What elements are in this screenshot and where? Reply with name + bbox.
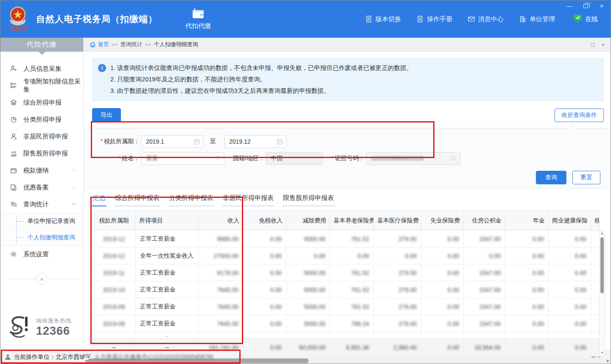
person-icon: [10, 133, 17, 140]
column-header: 商业健康保险: [549, 211, 591, 231]
hotline-label: 纳税服务热线: [36, 317, 72, 325]
reset-button[interactable]: 重置: [572, 171, 600, 184]
close-button[interactable]: ×: [598, 2, 605, 10]
tab-classified-table[interactable]: 分类所得申报表: [168, 194, 214, 206]
table-row[interactable]: 2019-10正常工资薪金7645.000.005000.00761.52279…: [92, 281, 600, 298]
sidebar-item-restricted-stock[interactable]: 限售股所得申报: [0, 145, 83, 162]
table-row[interactable]: 2019-12全年一次性奖金收入27500.000.000.000.000.00…: [92, 247, 600, 264]
table-row[interactable]: 2019-11正常工资薪金9178.000.005000.00761.52279…: [92, 264, 600, 281]
sidebar-item-system-settings[interactable]: 系统设置: [0, 246, 83, 263]
panel-controls: □ ×: [591, 42, 605, 48]
notice-box: i 1. 该查询统计表仅能查询已申报成功的数据，不包含未申报、申报失败，已申报但…: [92, 58, 604, 101]
header-link-version-switch[interactable]: 版本切换: [365, 15, 401, 23]
column-header: 年金: [505, 211, 549, 231]
scroll-up-icon[interactable]: ▲: [600, 231, 604, 236]
breadcrumb-separator: >>: [145, 42, 151, 47]
notice-line: 2. 只能查询2019年及之后的数据，不能进行跨年度查询。: [110, 74, 412, 85]
breadcrumb: 首页 >> 查询统计 >> 个人扣缴明细查询 □ ×: [84, 38, 611, 52]
app-title: 自然人电子税务局（扣缴端）: [36, 13, 157, 25]
emblem-icon: [8, 6, 28, 27]
online-status: 在线: [574, 14, 598, 24]
table-row[interactable]: 2019-12正常工资薪金9985.000.005000.00761.52279…: [92, 231, 600, 247]
panel-maximize-button[interactable]: □: [591, 42, 595, 48]
panel-close-button[interactable]: ×: [601, 42, 605, 48]
sidebar-item-comprehensive-income[interactable]: 综合所得申报: [0, 94, 83, 111]
chevron-down-icon: [71, 185, 76, 190]
mail-icon: [468, 15, 475, 23]
calendar-icon: [193, 139, 200, 145]
name-input[interactable]: 某某: [141, 152, 224, 165]
chevron-up-icon: [71, 202, 76, 207]
table-row-partial[interactable]: ..: [92, 332, 600, 339]
app-window: — × 中国税务 自然人电子税务局（扣缴端） 代扣代缴 版本切换 操作手册: [0, 0, 611, 364]
vertical-scrollbar[interactable]: ▲ ▼: [599, 230, 605, 356]
hotline-number: 12366: [36, 325, 72, 338]
user-icon: [5, 354, 11, 360]
sidebar-collapse-row: «: [0, 273, 83, 285]
toolbar: 导出 收折查询条件: [92, 108, 604, 122]
sidebar-item-classified-income[interactable]: 分类所得申报: [0, 111, 83, 128]
nav-tab-withholding[interactable]: 代扣代缴: [185, 8, 211, 30]
doc-icon: [365, 15, 373, 23]
pie-icon: [10, 116, 17, 123]
sidebar-item-special-deduction[interactable]: 专项附加扣除信息采集: [0, 77, 83, 94]
sidebar-item-tax-payment[interactable]: 税款缴纳: [0, 162, 83, 179]
table-row[interactable]: 2019-09正常工资薪金7645.000.005000.00761.52279…: [92, 298, 600, 315]
sidebar-item-preference-filing[interactable]: 优惠备案: [0, 179, 83, 196]
column-header: 减除费用: [286, 211, 330, 231]
collapse-query-button[interactable]: 收折查询条件: [555, 108, 604, 122]
panel-caret: [569, 125, 576, 132]
tab-restricted-table[interactable]: 限售股所得申报表: [282, 194, 335, 206]
tab-nonresident-table[interactable]: 非居民所得申报表: [222, 194, 275, 206]
tax-emblem-logo: 中国税务: [6, 6, 30, 32]
tab-summary[interactable]: 汇总: [92, 194, 107, 206]
header-link-manual[interactable]: 操作手册: [416, 15, 452, 23]
period-label: *税款所属期：: [92, 138, 140, 145]
period-from-input[interactable]: 2019.1: [141, 135, 203, 148]
doc-icon: [416, 15, 424, 23]
sidebar-subitem-unit-report-query[interactable]: 单位申报记录查询: [0, 213, 83, 229]
column-header: 基本医疗保险费: [374, 211, 421, 231]
sidebar-item-query-statistics[interactable]: 查询统计: [0, 196, 83, 213]
current-unit-blurred: 人力资源公共服务中心(12110102300045678): [94, 353, 213, 361]
search-icon: [451, 156, 457, 162]
calendar-icon: [277, 139, 283, 145]
column-header: 税: [591, 211, 600, 231]
scroll-down-icon[interactable]: ▼: [600, 350, 604, 356]
query-button[interactable]: 查询: [536, 171, 566, 184]
notice-lines: 1. 该查询统计表仅能查询已申报成功的数据，不包含未申报、申报失败，已申报但已作…: [110, 62, 412, 97]
column-header: 失业保险费: [421, 211, 464, 231]
breadcrumb-current: 个人扣缴明细查询: [154, 41, 198, 48]
tab-comprehensive-table[interactable]: 综合所得申报表: [114, 194, 160, 206]
table-row[interactable]: 2019-08正常工资薪金7645.000.005000.00798.24279…: [92, 315, 600, 332]
result-table: 税款所属期所得项目收入免税收入减除费用基本养老保险费基本医疗保险费失业保险费住房…: [92, 211, 600, 356]
vertical-scroll-thumb[interactable]: [600, 237, 604, 293]
sidebar-subitem-personal-withholding-query[interactable]: 个人扣缴明细查询: [0, 229, 83, 245]
online-monitor-icon: [574, 14, 582, 24]
restore-button[interactable]: [582, 2, 589, 10]
header-link-org-manage[interactable]: 单位管理: [519, 15, 555, 23]
result-tabs: 汇总综合所得申报表分类所得申报表非居民所得申报表限售股所得申报表: [92, 194, 604, 206]
content-area: 首页 >> 查询统计 >> 个人扣缴明细查询 □ × i 1. 该查询统计表仅能…: [84, 38, 611, 350]
content-body: i 1. 该查询统计表仅能查询已申报成功的数据，不包含未申报、申报失败，已申报但…: [84, 52, 611, 350]
sidebar-item-personnel-info[interactable]: 人员信息采集: [0, 60, 83, 77]
hotline-logo-icon: [6, 315, 33, 339]
scroll-right-icon[interactable]: ▶: [605, 359, 611, 363]
minimize-button[interactable]: —: [566, 2, 573, 10]
header-link-message-center[interactable]: 消息中心: [468, 15, 504, 23]
form-actions: 查询 重置: [92, 171, 604, 184]
id-number-input[interactable]: 110102199904223129: [366, 152, 460, 165]
sidebar-item-nonresident-income[interactable]: 非居民所得申报: [0, 128, 83, 145]
breadcrumb-separator: >>: [112, 42, 118, 47]
sidebar-collapse-button[interactable]: «: [36, 273, 48, 285]
period-to-input[interactable]: 2019.12: [224, 135, 286, 148]
breadcrumb-home[interactable]: 首页: [90, 41, 109, 48]
window-controls: — ×: [566, 2, 605, 10]
layers-icon: [10, 99, 17, 106]
export-button[interactable]: 导出: [92, 108, 121, 122]
hotline-block: 纳税服务热线 12366: [0, 315, 83, 350]
id-label: *证照号码：: [331, 155, 364, 162]
home-icon: [90, 42, 96, 47]
person-add-icon: [10, 65, 17, 72]
nationality-input: 中国: [266, 152, 323, 165]
